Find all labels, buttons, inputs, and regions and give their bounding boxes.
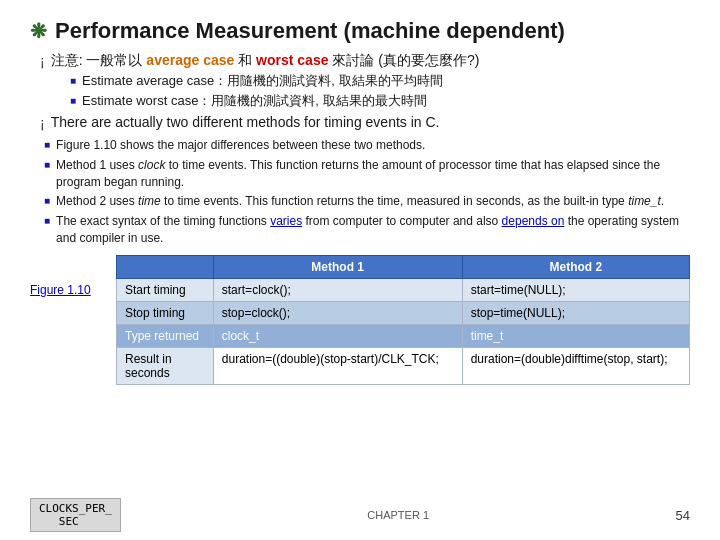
text-worst: worst case <box>256 52 328 68</box>
small-bullet-4: ■ The exact syntax of the timing functio… <box>44 213 690 247</box>
circle-bullet-2: ¡ There are actually two different metho… <box>40 114 690 131</box>
dot-2: ■ <box>44 159 50 170</box>
small-bullet-3: ■ Method 2 uses time to time events. Thi… <box>44 193 690 210</box>
comparison-table: Method 1 Method 2 Start timing start=clo… <box>116 255 690 385</box>
small-text-4: The exact syntax of the timing functions… <box>56 213 690 247</box>
small-bullets-container: ■ Figure 1.10 shows the major difference… <box>44 137 690 247</box>
table-row-type: Type returned clock_t time_t <box>117 324 690 347</box>
cell-start-m2: start=time(NULL); <box>462 278 689 301</box>
dot-1: ■ <box>44 139 50 150</box>
square-icon-2: ■ <box>70 95 76 106</box>
cell-start-label: Start timing <box>117 278 214 301</box>
cell-stop-m1: stop=clock(); <box>213 301 462 324</box>
table-header-row: Method 1 Method 2 <box>117 255 690 278</box>
sub-bullet-2: ■ Estimate worst case：用隨機的測試資料, 取結果的最大時間 <box>70 92 690 110</box>
bottom-section: Figure 1.10 Method 1 Method 2 Start timi… <box>30 255 690 385</box>
time-italic: time <box>138 194 161 208</box>
sub-text-1: Estimate average case：用隨機的測試資料, 取結果的平均時間 <box>82 72 442 90</box>
small-text-2: Method 1 uses clock to time events. This… <box>56 157 690 191</box>
cell-result-m2: duration=(double)difftime(stop, start); <box>462 347 689 384</box>
cell-stop-label: Stop timing <box>117 301 214 324</box>
clock-italic: clock <box>138 158 165 172</box>
dot-3: ■ <box>44 195 50 206</box>
circle-bullet-1: ¡ 注意: 一般常以 average case 和 worst case 來討論… <box>40 52 690 70</box>
small-bullet-1: ■ Figure 1.10 shows the major difference… <box>44 137 690 154</box>
slide-title: ❋ Performance Measurement (machine depen… <box>30 18 690 44</box>
circle-icon-1: ¡ <box>40 53 45 69</box>
sub-text-2: Estimate worst case：用隨機的測試資料, 取結果的最大時間 <box>82 92 427 110</box>
title-icon: ❋ <box>30 19 47 43</box>
figure-label[interactable]: Figure 1.10 <box>30 255 102 385</box>
dot-4: ■ <box>44 215 50 226</box>
col-header-method1: Method 1 <box>213 255 462 278</box>
cell-result-m1: duration=((double)(stop-start)/CLK_TCK; <box>213 347 462 384</box>
circle-icon-2: ¡ <box>40 115 45 131</box>
time-t-italic: time_t <box>628 194 661 208</box>
col-header-empty <box>117 255 214 278</box>
page-number: 54 <box>676 508 690 523</box>
text-average: average case <box>146 52 234 68</box>
circle-text-1: 注意: 一般常以 average case 和 worst case 來討論 (… <box>51 52 480 70</box>
slide: ❋ Performance Measurement (machine depen… <box>0 0 720 540</box>
cell-type-m2: time_t <box>462 324 689 347</box>
bullet-zhuyi: ¡ 注意: 一般常以 average case 和 worst case 來討論… <box>40 52 690 110</box>
sub-bullet-1: ■ Estimate average case：用隨機的測試資料, 取結果的平均… <box>70 72 690 90</box>
bottom-bar: CLOCKS_PER_ SEC CHAPTER 1 54 <box>0 498 720 532</box>
table-row-result: Result inseconds duration=((double)(stop… <box>117 347 690 384</box>
col-header-method2: Method 2 <box>462 255 689 278</box>
table-row-stop: Stop timing stop=clock(); stop=time(NULL… <box>117 301 690 324</box>
cell-type-m1: clock_t <box>213 324 462 347</box>
square-icon-1: ■ <box>70 75 76 86</box>
small-bullet-2: ■ Method 1 uses clock to time events. Th… <box>44 157 690 191</box>
bullet-methods: ¡ There are actually two different metho… <box>40 114 690 131</box>
table-area: Method 1 Method 2 Start timing start=clo… <box>116 255 690 385</box>
small-text-3: Method 2 uses time to time events. This … <box>56 193 664 210</box>
cell-stop-m2: stop=time(NULL); <box>462 301 689 324</box>
varies-link[interactable]: varies <box>270 214 302 228</box>
chapter-label: CHAPTER 1 <box>367 509 429 521</box>
cell-type-label: Type returned <box>117 324 214 347</box>
cell-start-m1: start=clock(); <box>213 278 462 301</box>
small-text-1: Figure 1.10 shows the major differences … <box>56 137 425 154</box>
title-text: Performance Measurement (machine depende… <box>55 18 565 44</box>
depends-link[interactable]: depends on <box>502 214 565 228</box>
cell-result-label: Result inseconds <box>117 347 214 384</box>
clocks-label: CLOCKS_PER_ SEC <box>30 498 121 532</box>
table-row-start: Start timing start=clock(); start=time(N… <box>117 278 690 301</box>
circle-text-2: There are actually two different methods… <box>51 114 440 130</box>
